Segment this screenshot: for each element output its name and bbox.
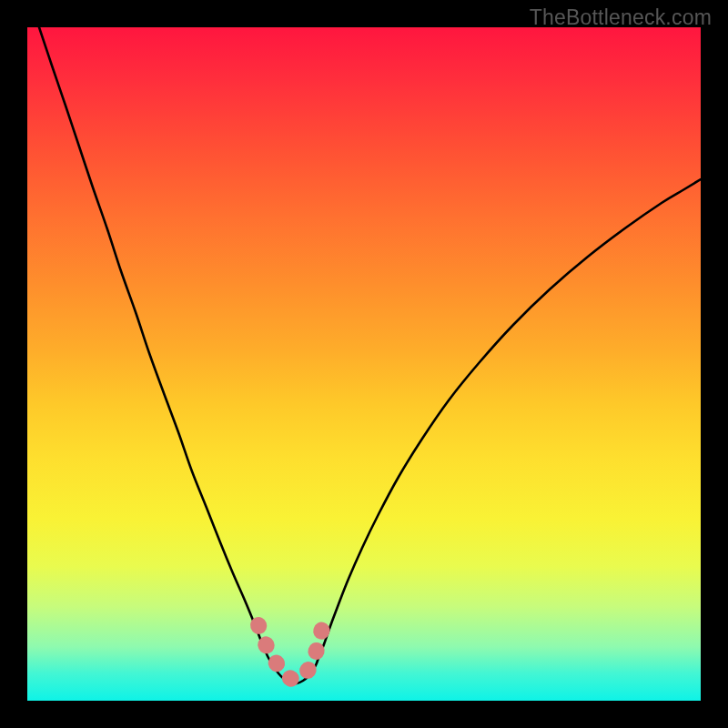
chart-frame: TheBottleneck.com (0, 0, 728, 728)
curve-right-path (318, 179, 701, 658)
curve-left-path (39, 27, 264, 648)
pink-markers-path (258, 625, 323, 679)
curve-layer (27, 27, 701, 701)
plot-area (27, 27, 701, 701)
watermark-text: TheBottleneck.com (530, 5, 712, 30)
